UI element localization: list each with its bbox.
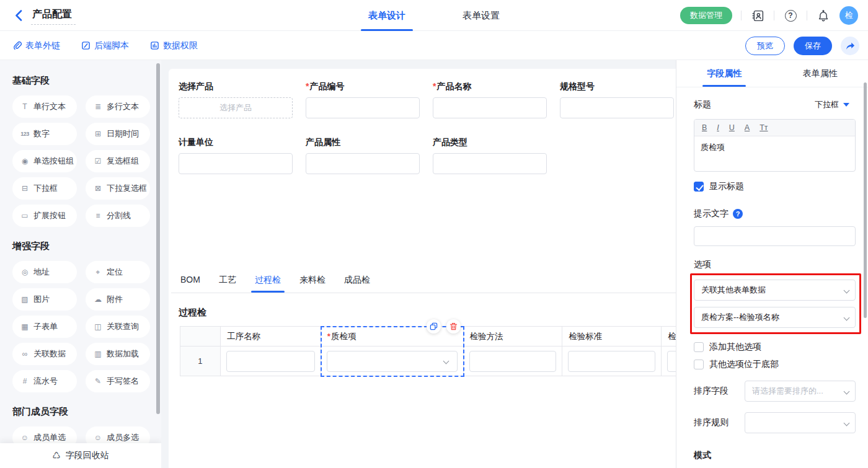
field-attachment[interactable]: ☁附件: [86, 288, 150, 311]
select-product-button[interactable]: 选择产品: [179, 97, 293, 118]
subtable-title: 过程检: [179, 307, 676, 319]
inspection-item-select[interactable]: [327, 351, 458, 372]
form-field-product-attr[interactable]: 产品属性: [306, 137, 420, 174]
field-number[interactable]: 123数字: [12, 123, 77, 145]
sort-field-select[interactable]: 请选择需要排序的...: [745, 381, 856, 402]
field-image[interactable]: ▧图片: [12, 288, 77, 311]
field-divider[interactable]: ≡分割线: [86, 205, 150, 227]
tab-form-properties[interactable]: 表单属性: [773, 60, 868, 87]
tab-process-inspection[interactable]: 过程检: [254, 271, 282, 293]
dropdown-multi-icon: ⊠: [94, 184, 102, 193]
field-extend-button[interactable]: ▭扩展按钮: [12, 205, 77, 227]
other-option-bottom-checkbox[interactable]: 其他选项位于底部: [694, 359, 856, 370]
form-field-product-type[interactable]: 产品类型: [433, 137, 547, 174]
preview-button[interactable]: 预览: [745, 37, 785, 55]
inspection-method-cell-input[interactable]: [469, 351, 557, 372]
bar-chart-icon: ▥: [94, 350, 102, 358]
tab-process[interactable]: 工艺: [218, 271, 237, 293]
chevron-down-icon: [844, 314, 850, 320]
field-subform[interactable]: ▦子表单: [12, 316, 77, 338]
address-book-icon[interactable]: [750, 8, 765, 23]
title-value-input[interactable]: 质检项: [694, 136, 855, 171]
field-dropdown[interactable]: ⊟下拉框: [12, 177, 77, 200]
save-button[interactable]: 保存: [794, 37, 832, 55]
tab-form-design[interactable]: 表单设计: [361, 0, 413, 31]
form-field-spec-model[interactable]: 规格型号: [560, 81, 674, 118]
field-dropdown-multi[interactable]: ⊠下拉复选框: [86, 177, 150, 200]
checkbox-icon: ☑: [94, 157, 102, 166]
form-field-product-name[interactable]: *产品名称: [433, 81, 547, 118]
page-title[interactable]: 产品配置: [31, 7, 76, 25]
option-field-select[interactable]: 质检方案--检验项名称: [694, 307, 856, 328]
font-color-button[interactable]: A: [745, 123, 750, 132]
field-location[interactable]: ⌖定位: [86, 261, 150, 283]
tab-bom[interactable]: BOM: [179, 271, 202, 293]
user-avatar[interactable]: 检: [839, 6, 858, 25]
help-question-icon[interactable]: ?: [733, 209, 743, 219]
field-radio-group[interactable]: ◉单选按钮组: [12, 150, 77, 172]
underline-button[interactable]: U: [729, 123, 735, 132]
field-serial-number[interactable]: #流水号: [12, 370, 77, 392]
inspection-standard-cell-input[interactable]: [568, 351, 655, 372]
panel-scrollbar[interactable]: [864, 82, 867, 318]
delete-field-button[interactable]: [446, 319, 461, 333]
data-permission-link[interactable]: 数据权限: [150, 40, 198, 51]
crosshair-icon: ⌖: [94, 268, 102, 276]
tab-finished-inspection[interactable]: 成品检: [343, 271, 371, 293]
add-other-option-checkbox[interactable]: 添加其他选项: [694, 342, 856, 353]
show-title-checkbox[interactable]: 显示标题: [694, 181, 856, 192]
column-inspection-method[interactable]: 检验方法: [464, 327, 563, 376]
column-inspection-standard[interactable]: 检验标准: [562, 327, 662, 376]
pen-icon: ✎: [94, 377, 102, 386]
share-button[interactable]: [841, 37, 859, 55]
product-code-input[interactable]: [306, 97, 420, 118]
subform-icon: ▦: [20, 322, 29, 331]
field-relation-query[interactable]: ◫关联查询: [86, 316, 150, 338]
back-icon[interactable]: [12, 9, 25, 22]
form-field-product-code[interactable]: *产品编号: [306, 81, 420, 118]
spec-model-input[interactable]: [560, 97, 674, 118]
field-data-load[interactable]: ▥数据加载: [86, 343, 150, 365]
sidebar-scrollbar[interactable]: [156, 63, 160, 414]
italic-button[interactable]: I: [717, 123, 719, 132]
hint-text-input[interactable]: [694, 226, 856, 246]
share-arrow-icon: [845, 41, 855, 51]
form-external-link[interactable]: 表单外链: [12, 40, 60, 51]
backend-script-link[interactable]: 后端脚本: [81, 40, 129, 51]
field-recycle-bin[interactable]: ♺ 字段回收站: [0, 443, 161, 468]
product-type-input[interactable]: [433, 153, 547, 174]
options-label: 选项: [694, 259, 856, 270]
form-field-select-product[interactable]: 选择产品 选择产品: [179, 81, 293, 118]
field-signature[interactable]: ✎手写签名: [86, 370, 150, 392]
column-clipped[interactable]: 检: [662, 327, 676, 376]
field-checkbox-group[interactable]: ☑复选框组: [86, 150, 150, 172]
product-attr-input[interactable]: [306, 153, 420, 174]
form-field-unit[interactable]: 计量单位: [179, 137, 293, 174]
data-manage-button[interactable]: 数据管理: [680, 7, 732, 24]
tab-field-properties[interactable]: 字段属性: [676, 60, 773, 87]
column-inspection-item-selected[interactable]: *质检项: [321, 327, 464, 376]
map-pin-icon: ◎: [20, 268, 29, 276]
caret-down-icon: [843, 103, 849, 107]
font-size-button[interactable]: Tт: [760, 123, 768, 132]
tab-incoming-inspection[interactable]: 来料检: [298, 271, 327, 293]
product-name-input[interactable]: [433, 97, 547, 118]
copy-field-button[interactable]: [427, 319, 441, 333]
sort-rule-select[interactable]: [745, 412, 856, 433]
process-name-cell-input[interactable]: [226, 351, 315, 372]
field-datetime[interactable]: ⊞日期时间: [86, 123, 150, 145]
tab-form-settings[interactable]: 表单设置: [455, 0, 507, 31]
option-source-select[interactable]: 关联其他表单数据: [694, 280, 856, 301]
field-multi-line-text[interactable]: ≣多行文本: [86, 95, 150, 118]
notification-bell-icon[interactable]: [816, 8, 831, 23]
field-single-line-text[interactable]: T单行文本: [12, 95, 77, 118]
clipped-cell-input[interactable]: [667, 351, 676, 372]
column-process-name[interactable]: 工序名称: [221, 327, 321, 376]
help-icon[interactable]: ?: [783, 8, 798, 23]
field-address[interactable]: ◎地址: [12, 261, 77, 283]
field-type-select[interactable]: 下拉框: [808, 96, 856, 113]
field-relation-data[interactable]: ∞关联数据: [12, 343, 77, 365]
chevron-down-icon: [844, 287, 850, 293]
bold-button[interactable]: B: [702, 123, 707, 132]
unit-input[interactable]: [179, 153, 293, 174]
